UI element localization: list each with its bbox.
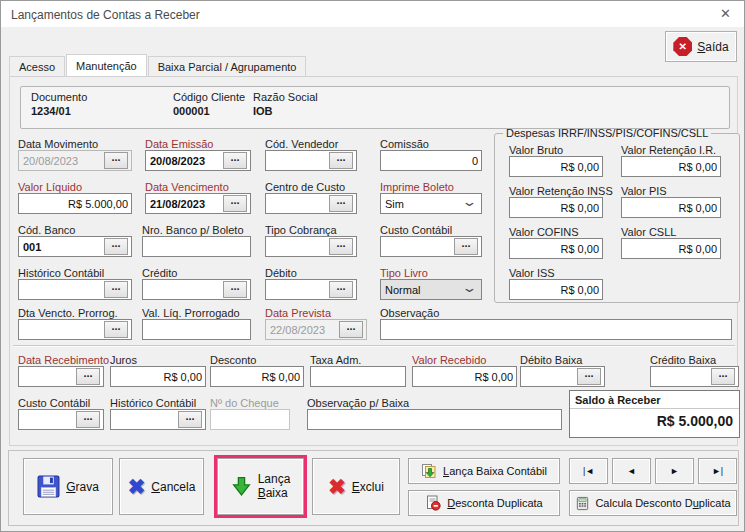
- nav-previous-button[interactable]: ◄: [612, 458, 651, 484]
- lanca-baixa-label: Lança Baixa: [258, 473, 291, 501]
- red-x-icon: ✖: [328, 476, 346, 497]
- field-juros: Juros R$ 0,00: [110, 354, 206, 387]
- lanca-baixa-contabil-button[interactable]: Lança Baixa Contábil: [408, 458, 560, 484]
- desconta-duplicata-button[interactable]: Desconta Duplicata: [408, 490, 560, 516]
- date-picker-button[interactable]: ...: [104, 321, 128, 338]
- tipo-cobranca-input[interactable]: ...: [265, 236, 357, 257]
- lookup-button[interactable]: ...: [178, 411, 202, 428]
- field-historico-contabil-baixa: Histórico Contábil ...: [110, 397, 206, 430]
- val-liq-prorrogado-input[interactable]: [142, 319, 251, 340]
- num-cheque-label: Nº do Cheque: [210, 397, 290, 409]
- saida-button[interactable]: ✕ Saída: [665, 31, 737, 62]
- valor-bruto-input[interactable]: R$ 0,00: [509, 156, 603, 177]
- despesas-legend: Despesas IRRF/INSS/PIS/COFINS/CSLL: [503, 127, 711, 139]
- saldo-a-receber-box: Saldo à Receber R$ 5.000,00: [569, 390, 740, 438]
- lookup-button[interactable]: ...: [329, 195, 353, 212]
- grava-button[interactable]: Grava: [23, 458, 113, 515]
- date-picker-button[interactable]: ...: [76, 368, 100, 385]
- historico-contabil-label: Histórico Contábil: [18, 267, 132, 279]
- field-cod-vendedor: Cód. Vendedor ...: [265, 138, 357, 171]
- data-movimento-input[interactable]: 20/08/2023 ...: [18, 150, 132, 171]
- nro-banco-boleto-input[interactable]: [142, 236, 251, 257]
- tipo-cobranca-label: Tipo Cobrança: [265, 224, 357, 236]
- date-picker-button[interactable]: ...: [104, 152, 128, 169]
- nav-next-button[interactable]: ►: [655, 458, 694, 484]
- pages-down-arrow-icon: [421, 463, 437, 479]
- tab-baixa-parcial-agrupamento[interactable]: Baixa Parcial / Agrupamento: [148, 56, 307, 76]
- valor-recebido-input[interactable]: R$ 0,00: [412, 366, 517, 387]
- lookup-button[interactable]: ...: [329, 281, 353, 298]
- data-prevista-input[interactable]: 22/08/2023 ...: [265, 319, 367, 340]
- data-vencimento-input[interactable]: 21/08/2023 ...: [145, 193, 251, 214]
- lookup-button[interactable]: ...: [577, 368, 601, 385]
- lookup-button[interactable]: ...: [76, 411, 100, 428]
- valor-retencao-ir-input[interactable]: R$ 0,00: [621, 156, 721, 177]
- desconto-input[interactable]: R$ 0,00: [210, 366, 304, 387]
- lookup-button[interactable]: ...: [104, 238, 128, 255]
- dta-vencto-prorrog-input[interactable]: ...: [18, 319, 132, 340]
- valor-pis-input[interactable]: R$ 0,00: [621, 197, 721, 218]
- date-picker-button[interactable]: ...: [223, 152, 247, 169]
- calcula-desconto-duplicata-button[interactable]: Calcula Desconto Duplicata: [569, 490, 737, 516]
- valor-iss-input[interactable]: R$ 0,00: [509, 279, 603, 300]
- observacao-input[interactable]: [380, 319, 732, 340]
- tab-manutencao[interactable]: Manutenção: [66, 54, 147, 76]
- window-lancamentos-contas-receber: Lançamentos de Contas a Receber ✕ ✕ Saíd…: [0, 0, 745, 532]
- valor-retencao-inss-label: Valor Retenção INSS: [509, 185, 603, 197]
- nav-last-button[interactable]: ►|: [698, 458, 737, 484]
- tab-acesso[interactable]: Acesso: [9, 56, 65, 76]
- credito-baixa-input[interactable]: ...: [650, 366, 739, 387]
- first-record-icon: |◄: [583, 466, 594, 476]
- documento-label: Documento: [31, 91, 87, 103]
- calculator-icon: [575, 496, 590, 511]
- valor-retencao-ir-label: Valor Retenção I.R.: [621, 144, 721, 156]
- close-icon[interactable]: ✕: [720, 6, 731, 21]
- data-recebimento-input[interactable]: ...: [18, 366, 104, 387]
- debito-baixa-input[interactable]: ...: [520, 366, 605, 387]
- centro-custo-label: Centro de Custo: [265, 181, 357, 193]
- floppy-disk-icon: [37, 475, 60, 498]
- credito-input[interactable]: ...: [142, 279, 251, 300]
- lanca-baixa-button[interactable]: Lança Baixa: [217, 458, 304, 515]
- juros-input[interactable]: R$ 0,00: [110, 366, 206, 387]
- exclui-button[interactable]: ✖ Exclui: [312, 458, 400, 515]
- data-vencimento-label: Data Vencimento: [145, 181, 251, 193]
- imprime-boleto-select[interactable]: Sim ⌄: [380, 193, 482, 214]
- cod-banco-input[interactable]: 001 ...: [18, 236, 132, 257]
- cancela-button[interactable]: ✖ Cancela: [119, 458, 204, 515]
- cod-vendedor-input[interactable]: ...: [265, 150, 357, 171]
- centro-custo-input[interactable]: ...: [265, 193, 357, 214]
- lookup-button[interactable]: ...: [329, 238, 353, 255]
- historico-contabil-input[interactable]: ...: [18, 279, 132, 300]
- valor-cofins-input[interactable]: R$ 0,00: [509, 238, 603, 259]
- debito-input[interactable]: ...: [265, 279, 357, 300]
- field-data-movimento: Data Movimento 20/08/2023 ...: [18, 138, 132, 171]
- codigo-cliente-value: 000001: [173, 105, 245, 117]
- field-data-recebimento: Data Recebimento ...: [18, 354, 104, 387]
- lookup-button[interactable]: ...: [711, 368, 735, 385]
- num-cheque-input[interactable]: [210, 409, 290, 430]
- lookup-button[interactable]: ...: [223, 281, 247, 298]
- tipo-livro-select[interactable]: Normal ⌄: [380, 279, 482, 300]
- comissao-input[interactable]: 0: [380, 150, 482, 171]
- observacao-baixa-input[interactable]: [307, 409, 562, 430]
- document-header-box: Documento 1234/01 Código Cliente 000001 …: [20, 86, 730, 129]
- date-picker-button[interactable]: ...: [339, 321, 363, 338]
- valor-csll-input[interactable]: R$ 0,00: [621, 238, 721, 259]
- date-picker-button[interactable]: ...: [223, 195, 247, 212]
- field-valor-pis: Valor PIS R$ 0,00: [621, 185, 721, 218]
- lookup-button[interactable]: ...: [454, 238, 478, 255]
- nav-first-button[interactable]: |◄: [569, 458, 608, 484]
- field-observacao-baixa: Observação p/ Baixa: [307, 397, 562, 430]
- chevron-down-icon: ⌄: [461, 194, 477, 209]
- field-imprime-boleto: Imprime Boleto Sim ⌄: [380, 181, 482, 214]
- valor-retencao-inss-input[interactable]: R$ 0,00: [509, 197, 603, 218]
- lookup-button[interactable]: ...: [104, 281, 128, 298]
- valor-liquido-input[interactable]: R$ 5.000,00: [18, 193, 132, 214]
- data-emissao-input[interactable]: 20/08/2023 ...: [145, 150, 251, 171]
- custo-contabil-input[interactable]: ...: [380, 236, 482, 257]
- historico-contabil-baixa-input[interactable]: ...: [110, 409, 206, 430]
- lookup-button[interactable]: ...: [329, 152, 353, 169]
- taxa-adm-input[interactable]: [310, 366, 406, 387]
- custo-contabil-baixa-input[interactable]: ...: [18, 409, 104, 430]
